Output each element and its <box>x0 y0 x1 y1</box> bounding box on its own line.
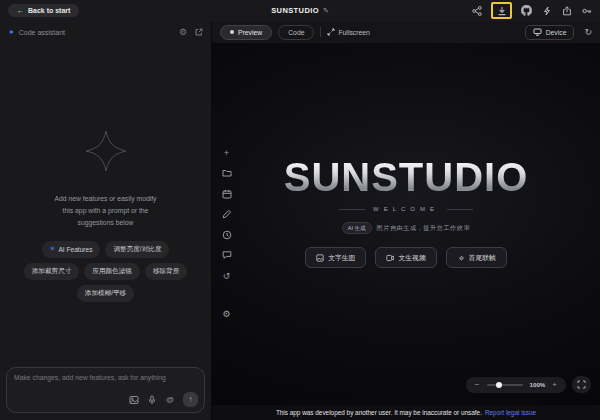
undo-icon[interactable]: ↺ <box>221 270 232 281</box>
top-bar: ← Back to start SUNSTUDIO ✎ <box>0 0 600 21</box>
zoom-in-button[interactable]: + <box>552 381 557 389</box>
suggestion-chips: ✶ AI Features 调整亮度/对比度 添加裁剪尺寸 应用颜色滤镜 移除背… <box>13 241 199 302</box>
zoom-pill: − 100% + <box>466 377 566 393</box>
chip-remove-background[interactable]: 移除背景 <box>145 263 187 280</box>
subtitle-line-right <box>447 209 473 210</box>
report-legal-issue-link[interactable]: Report legal issue <box>485 409 536 416</box>
app-title: SUNSTUDIO <box>212 155 600 200</box>
code-assistant-panel: ✶ Code assistant ⚙ Add new features or e… <box>0 21 212 420</box>
prompt-input[interactable] <box>14 374 197 392</box>
fullscreen-icon <box>327 28 335 36</box>
preview-dot-icon <box>230 30 234 34</box>
download-icon[interactable] <box>496 5 507 16</box>
expand-viewport-button[interactable] <box>572 376 591 393</box>
text-to-video-icon <box>386 254 394 262</box>
app-subtitle: WELCOME <box>373 206 439 212</box>
composer-actions: @ ↑ <box>129 392 198 407</box>
prompt-composer: @ ↑ <box>6 367 205 413</box>
main-layout: ✶ Code assistant ⚙ Add new features or e… <box>0 21 600 420</box>
assistant-panel-header: ✶ Code assistant ⚙ <box>0 21 211 43</box>
chip-sparkle-icon: ✶ <box>50 245 56 253</box>
github-icon[interactable] <box>521 5 532 16</box>
tab-code[interactable]: Code <box>278 25 314 40</box>
panel-expand-icon[interactable] <box>195 28 203 36</box>
tagline-text: 图片自由生成，提升您工作效率 <box>377 224 471 233</box>
app-subtitle-row: WELCOME <box>212 206 600 212</box>
refresh-icon[interactable]: ↻ <box>584 27 592 37</box>
empty-state-text: Add new features or easily modify this a… <box>54 193 156 229</box>
zoom-controls: − 100% + <box>466 376 591 393</box>
assistant-title: Code assistant <box>19 29 65 36</box>
assistant-sparkle-icon: ✶ <box>8 28 15 37</box>
device-icon <box>533 28 542 36</box>
canvas-settings-gear-icon[interactable]: ⚙ <box>221 308 232 319</box>
text-to-image-icon <box>316 254 324 262</box>
mention-icon[interactable]: @ <box>165 395 175 405</box>
app-hero: SUNSTUDIO WELCOME AI 生成 图片自由生成，提升您工作效率 <box>212 155 600 268</box>
link-frames-icon <box>457 254 465 262</box>
share-nodes-icon[interactable] <box>471 5 482 16</box>
disclaimer-text: This app was developed by another user. … <box>276 409 482 416</box>
topbar-actions <box>471 2 592 19</box>
app-tagline-row: AI 生成 图片自由生成，提升您工作效率 <box>212 222 600 234</box>
expand-icon <box>577 380 586 389</box>
tab-preview[interactable]: Preview <box>220 25 272 40</box>
diamond-sparkle-icon <box>82 127 130 175</box>
chip-add-crop-size[interactable]: 添加裁剪尺寸 <box>24 263 80 280</box>
back-to-start-button[interactable]: ← Back to start <box>8 4 79 17</box>
chip-add-blur-pan[interactable]: 添加模糊/平移 <box>77 285 134 302</box>
fullscreen-button[interactable]: Fullscreen <box>327 28 369 36</box>
subtitle-line-left <box>339 209 365 210</box>
download-highlight-box <box>491 2 512 19</box>
first-last-frame-button[interactable]: 首尾联帧 <box>446 247 507 268</box>
share-icon[interactable] <box>561 5 572 16</box>
back-arrow-icon: ← <box>17 7 24 14</box>
tagline-badge: AI 生成 <box>342 222 372 234</box>
app-action-buttons: 文字生图 文生视频 首尾联帧 <box>212 247 600 268</box>
toolbar-divider <box>320 27 321 37</box>
assistant-empty-state: Add new features or easily modify this a… <box>0 127 211 302</box>
preview-toolbar: Preview Code Fullscreen Device <box>212 21 600 43</box>
text-to-image-button[interactable]: 文字生图 <box>305 247 366 268</box>
key-icon[interactable] <box>581 5 592 16</box>
zoom-level: 100% <box>530 381 546 388</box>
remix-icon[interactable] <box>541 5 552 16</box>
zoom-slider[interactable] <box>487 384 523 386</box>
microphone-icon[interactable] <box>147 395 157 405</box>
text-to-video-button[interactable]: 文生视频 <box>375 247 436 268</box>
device-button[interactable]: Device <box>525 25 575 40</box>
back-label: Back to start <box>28 7 70 14</box>
preview-panel: Preview Code Fullscreen Device <box>212 21 600 420</box>
attach-image-icon[interactable] <box>129 395 139 405</box>
project-title: SUNSTUDIO <box>271 6 319 15</box>
edit-title-icon[interactable]: ✎ <box>323 7 329 15</box>
disclaimer-bar: This app was developed by another user. … <box>212 405 600 420</box>
chip-adjust-brightness[interactable]: 调整亮度/对比度 <box>105 241 169 258</box>
chip-ai-features[interactable]: ✶ AI Features <box>42 241 101 258</box>
zoom-slider-thumb[interactable] <box>496 382 502 388</box>
chip-apply-color-filter[interactable]: 应用颜色滤镜 <box>84 263 140 280</box>
send-button[interactable]: ↑ <box>183 392 198 407</box>
assistant-settings-gear-icon[interactable]: ⚙ <box>179 27 187 37</box>
app-viewport: + <box>212 43 600 405</box>
zoom-out-button[interactable]: − <box>475 381 480 389</box>
